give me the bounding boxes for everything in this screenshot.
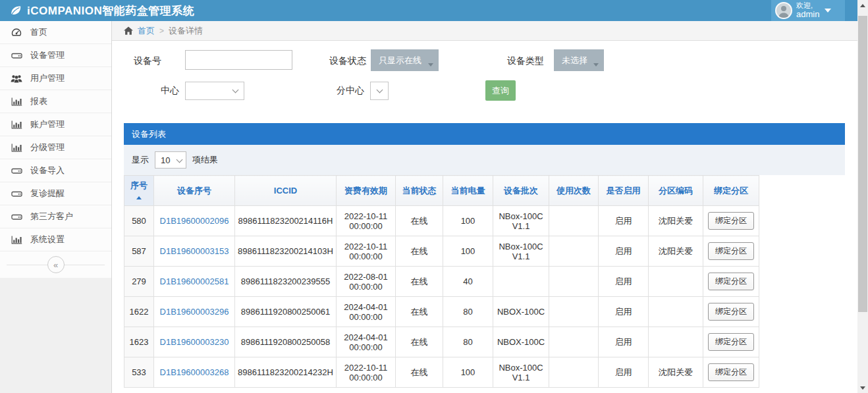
sidebar-item-1[interactable]: 首页 (0, 21, 111, 44)
sidebar-item-7[interactable]: 设备导入 (0, 159, 111, 182)
top-bar: iCOMPANION智能药盒管理系统 欢迎, admin (0, 0, 857, 21)
cell-serial: D1B19600003268 (154, 357, 235, 388)
device-serial-link[interactable]: D1B19600003268 (160, 367, 229, 377)
app-title: iCOMPANION智能药盒管理系统 (27, 3, 194, 18)
bind-partition-button[interactable]: 绑定分区 (708, 303, 754, 321)
sidebar-item-label: 用户管理 (30, 72, 65, 84)
brand: iCOMPANION智能药盒管理系统 (0, 3, 194, 18)
cell-batch: NBOX-100C (493, 327, 549, 357)
column-header[interactable]: 序号 (124, 176, 154, 206)
cell-usage (549, 206, 599, 236)
vertical-scrollbar[interactable] (857, 0, 868, 393)
cell-enabled: 启用 (599, 297, 649, 327)
cell-valid: 2022-10-11 00:00:00 (337, 236, 396, 267)
bind-partition-button[interactable]: 绑定分区 (708, 242, 754, 260)
subcenter-select[interactable] (370, 82, 389, 100)
column-header[interactable]: ICCID (235, 176, 337, 206)
chevron-down-icon (232, 87, 239, 93)
column-header[interactable]: 当前电量 (443, 176, 493, 206)
cell-iccid: 8986111823200214103H (235, 236, 337, 267)
cell-bind: 绑定分区 (703, 206, 759, 236)
sidebar-item-label: 设备管理 (30, 49, 65, 61)
cell-usage (549, 236, 599, 267)
bind-partition-button[interactable]: 绑定分区 (708, 212, 754, 230)
table-row: 533D1B196000032688986111823200214232H202… (124, 357, 759, 388)
sidebar-item-label: 第三方客户 (30, 211, 73, 223)
device-serial-link[interactable]: D1B19600003153 (160, 246, 229, 256)
table-row: 587D1B196000031538986111823200214103H202… (124, 236, 759, 267)
device-serial-link[interactable]: D1B19600002581 (160, 276, 229, 286)
cell-status: 在线 (396, 236, 443, 267)
cell-seq: 279 (124, 267, 154, 297)
cell-seq: 1622 (124, 297, 154, 327)
column-header[interactable]: 设备序号 (154, 176, 235, 206)
bind-partition-button[interactable]: 绑定分区 (708, 363, 754, 381)
cell-iccid: 8986111823200214232H (235, 357, 337, 388)
center-label: 中心 (141, 85, 179, 97)
page-size-select[interactable]: 10 (155, 151, 186, 169)
sidebar-item-3[interactable]: 用户管理 (0, 67, 111, 90)
username: admin (796, 9, 819, 19)
column-header[interactable]: 分区编码 (649, 176, 703, 206)
column-header[interactable]: 是否启用 (599, 176, 649, 206)
scroll-up-icon[interactable] (857, 0, 868, 11)
cell-enabled: 启用 (599, 236, 649, 267)
sidebar-item-9[interactable]: 第三方客户 (0, 205, 111, 228)
cell-valid: 2022-10-11 00:00:00 (337, 206, 396, 236)
sidebar-menu: 首页设备管理用户管理报表账户管理分级管理设备导入复诊提醒第三方客户系统设置 (0, 21, 111, 251)
center-select[interactable] (185, 82, 244, 100)
scroll-down-icon[interactable] (857, 382, 868, 393)
filter-section: 设备号 设备状态 只显示在线 设备类型 未选择 中心 分中心 查询 (112, 41, 857, 123)
device-type-dropdown[interactable]: 未选择 (554, 49, 604, 71)
user-menu[interactable]: 欢迎, admin (771, 0, 845, 21)
device-serial-link[interactable]: D1B19600003230 (160, 337, 229, 347)
cell-battery: 80 (443, 297, 493, 327)
dropdown-caret-icon (428, 63, 433, 66)
bind-partition-button[interactable]: 绑定分区 (708, 333, 754, 351)
column-header[interactable]: 使用次数 (549, 176, 599, 206)
sidebar-item-label: 复诊提醒 (30, 188, 65, 199)
sidebar-item-5[interactable]: 账户管理 (0, 113, 111, 136)
sidebar-item-2[interactable]: 设备管理 (0, 44, 111, 67)
sidebar-collapse-row: « (0, 251, 111, 278)
cell-iccid: 8986111920800250061 (235, 297, 337, 327)
sidebar-item-4[interactable]: 报表 (0, 90, 111, 113)
home-icon (124, 26, 133, 35)
scrollbar-thumb[interactable] (858, 16, 867, 312)
column-header[interactable]: 绑定分区 (703, 176, 759, 206)
device-no-input[interactable] (185, 50, 292, 70)
bar-chart-icon (11, 97, 22, 106)
table-row: 1623D1B196000032308986111920800250058202… (124, 327, 759, 357)
cell-status: 在线 (396, 297, 443, 327)
sidebar-collapse-button[interactable]: « (47, 256, 65, 273)
column-header[interactable]: 资费有效期 (337, 176, 396, 206)
column-header[interactable]: 设备批次 (493, 176, 549, 206)
sidebar-item-6[interactable]: 分级管理 (0, 136, 111, 159)
cell-batch (493, 267, 549, 297)
sort-ascending-icon (136, 196, 142, 199)
sidebar-filler (0, 278, 111, 393)
device-status-dropdown[interactable]: 只显示在线 (371, 49, 439, 71)
cell-iccid: 8986111920800250058 (235, 327, 337, 357)
cell-partition: 沈阳关爱 (649, 206, 703, 236)
user-greeting: 欢迎, admin (796, 1, 819, 20)
panel-title: 设备列表 (124, 123, 845, 145)
device-serial-link[interactable]: D1B19600002096 (160, 216, 229, 226)
sidebar-item-10[interactable]: 系统设置 (0, 228, 111, 251)
breadcrumb-home-link[interactable]: 首页 (138, 25, 155, 37)
cell-bind: 绑定分区 (703, 297, 759, 327)
column-header[interactable]: 当前状态 (396, 176, 443, 206)
cell-status: 在线 (396, 357, 443, 388)
device-serial-link[interactable]: D1B19600003296 (160, 307, 229, 317)
table-head-row: 序号设备序号ICCID资费有效期当前状态当前电量设备批次使用次数是否启用分区编码… (124, 176, 759, 206)
bind-partition-button[interactable]: 绑定分区 (708, 273, 754, 290)
breadcrumb: 首页 > 设备详情 (112, 21, 857, 41)
search-button[interactable]: 查询 (485, 80, 516, 101)
cell-iccid: 8986111823200214116H (235, 206, 337, 236)
dashboard-icon (11, 28, 22, 37)
sidebar-item-8[interactable]: 复诊提醒 (0, 182, 111, 205)
cell-partition (649, 267, 703, 297)
cell-iccid: 8986111823200239555 (235, 267, 337, 297)
cell-serial: D1B19600002096 (154, 206, 235, 236)
sidebar-item-label: 账户管理 (30, 118, 65, 130)
